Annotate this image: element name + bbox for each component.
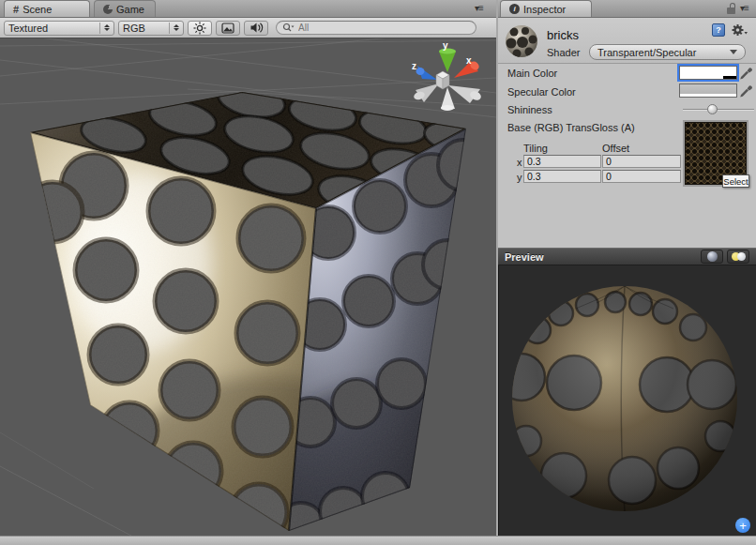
shininess-slider[interactable] bbox=[683, 109, 754, 111]
shader-label: Shader bbox=[547, 47, 580, 58]
help-icon[interactable]: ? bbox=[712, 23, 725, 37]
select-texture-button[interactable]: Select bbox=[722, 174, 749, 188]
offset-x-input[interactable] bbox=[602, 155, 681, 168]
scene-search-input[interactable] bbox=[296, 22, 446, 34]
skybox-toggle-button[interactable] bbox=[216, 21, 240, 36]
offset-header: Offset bbox=[602, 143, 629, 154]
updown-arrows-icon bbox=[169, 23, 179, 34]
preview-header[interactable]: Preview bbox=[498, 248, 756, 265]
tab-inspector-label: Inspector bbox=[523, 4, 566, 15]
material-header: bricks Shader Transparent/Specular ? bbox=[498, 18, 756, 64]
scene-search-field[interactable] bbox=[276, 21, 476, 35]
scene-grid-icon: # bbox=[13, 4, 19, 15]
scene-3d-render: y x z bbox=[0, 38, 496, 536]
specular-color-label: Specular Color bbox=[507, 86, 576, 98]
shader-value: Transparent/Specular bbox=[597, 47, 696, 58]
tab-scene[interactable]: # Scene bbox=[4, 0, 90, 17]
eyedropper-icon[interactable] bbox=[739, 64, 752, 80]
preview-mesh-button[interactable] bbox=[701, 250, 723, 264]
info-icon: i bbox=[509, 4, 520, 14]
game-pacman-icon bbox=[103, 5, 113, 14]
render-mode-dropdown[interactable]: Textured bbox=[4, 21, 114, 36]
inspector-panel-menu-icon[interactable]: ▾≡ bbox=[740, 3, 748, 13]
scene-toolbar: Textured RGB bbox=[0, 18, 496, 38]
sun-icon bbox=[193, 22, 206, 35]
speaker-icon bbox=[249, 22, 264, 34]
eyedropper-icon[interactable] bbox=[739, 82, 752, 98]
tiling-y-input[interactable] bbox=[523, 170, 601, 183]
shininess-slider-thumb[interactable] bbox=[707, 104, 718, 114]
window-bottom-strip bbox=[0, 536, 756, 545]
tab-inspector[interactable]: i Inspector bbox=[500, 0, 592, 17]
gizmo-y-label: y bbox=[443, 40, 448, 51]
chevron-down-icon bbox=[730, 50, 737, 54]
lighting-toggle-button[interactable] bbox=[188, 21, 212, 36]
unity-editor-window: # Scene Game ▾≡ Textured RGB bbox=[0, 0, 756, 545]
render-mode-value: Textured bbox=[8, 23, 96, 34]
channel-dropdown[interactable]: RGB bbox=[118, 21, 184, 36]
tiling-x-label: x bbox=[517, 157, 522, 168]
gizmo-y-cone[interactable] bbox=[439, 52, 456, 72]
material-name: bricks bbox=[547, 28, 579, 42]
gizmo-z-label: z bbox=[412, 61, 416, 71]
scene-viewport[interactable]: y x z bbox=[0, 38, 496, 536]
inspector-tabbar: i Inspector ▾≡ bbox=[498, 0, 756, 18]
tiling-header: Tiling bbox=[523, 143, 548, 154]
offset-y-input[interactable] bbox=[602, 170, 681, 183]
tiling-y-label: y bbox=[517, 172, 522, 183]
base-map-label: Base (RGB) TransGloss (A) bbox=[507, 122, 635, 133]
add-preview-button[interactable]: + bbox=[735, 518, 750, 533]
tab-scene-label: Scene bbox=[23, 4, 52, 15]
tab-game-label: Game bbox=[116, 4, 144, 15]
channel-value: RGB bbox=[123, 23, 165, 34]
image-icon bbox=[221, 23, 234, 34]
preview-lighting-button[interactable] bbox=[727, 250, 749, 264]
preview-title: Preview bbox=[505, 251, 544, 263]
sphere-icon bbox=[707, 251, 718, 262]
shininess-label: Shininess bbox=[507, 104, 552, 115]
main-color-swatch[interactable] bbox=[679, 66, 737, 80]
scene-tabbar: # Scene Game ▾≡ bbox=[0, 0, 496, 18]
material-preview[interactable]: + bbox=[498, 265, 756, 536]
gizmo-x-label: x bbox=[466, 55, 472, 66]
scene-panel-menu-icon[interactable]: ▾≡ bbox=[475, 3, 483, 13]
lock-icon[interactable] bbox=[727, 3, 736, 14]
main-color-label: Main Color bbox=[507, 68, 557, 79]
inspector-panel: i Inspector ▾≡ bbox=[498, 0, 756, 536]
shader-dropdown[interactable]: Transparent/Specular bbox=[589, 44, 746, 60]
material-sphere-icon bbox=[504, 23, 539, 59]
orientation-gizmo[interactable]: y x z bbox=[412, 40, 482, 111]
search-icon bbox=[282, 23, 295, 33]
lights-icon bbox=[732, 252, 746, 261]
preview-sphere-render bbox=[499, 265, 756, 536]
specular-color-swatch[interactable] bbox=[679, 83, 737, 98]
gear-icon[interactable] bbox=[732, 23, 748, 37]
updown-arrows-icon bbox=[99, 23, 110, 34]
audio-toggle-button[interactable] bbox=[244, 21, 268, 36]
tiling-x-input[interactable] bbox=[523, 155, 601, 168]
textured-cube bbox=[19, 78, 490, 536]
scene-panel: # Scene Game ▾≡ Textured RGB bbox=[0, 0, 496, 536]
tab-game[interactable]: Game bbox=[94, 0, 156, 17]
